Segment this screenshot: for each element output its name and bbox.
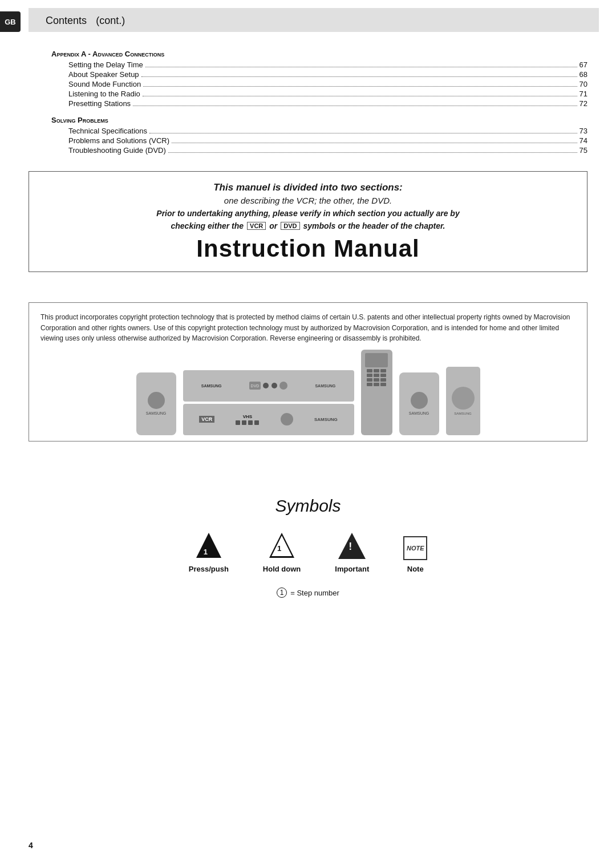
symbol-press-push: 1 Press/push (189, 533, 229, 573)
toc-label: Sound Mode Function (68, 80, 141, 88)
toc-dots (172, 143, 577, 143)
center-unit-top: SAMSUNG DVD SAMSUNG (183, 370, 354, 402)
vcr-badge: VCR (247, 222, 266, 230)
page-number: 4 (29, 841, 33, 850)
gb-badge: GB (0, 11, 21, 32)
symbol-important: ! Important (335, 533, 369, 573)
toc-page: 68 (579, 70, 587, 79)
step-number-text: = Step number (290, 589, 339, 597)
toc-section-title-2: Solving Problems (51, 116, 587, 124)
page-title: Contents (cont.) (40, 13, 125, 27)
hold-down-label: Hold down (263, 565, 301, 573)
table-row: Technical Specifications 73 (51, 127, 587, 135)
dvd-badge: DVD (281, 222, 299, 230)
divider-line2: one describing the VCR; the other, the D… (46, 196, 570, 205)
toc-page: 67 (579, 60, 587, 69)
symbols-section: Symbols 1 Press/push 1 Hold down (29, 496, 587, 579)
toc-label: Listening to the Radio (68, 90, 140, 98)
symbol-hold-down: 1 Hold down (263, 533, 301, 573)
note-icon: NOTE (403, 536, 427, 560)
table-row: Presetting Stations 72 (51, 99, 587, 108)
divider-box: This manuel is divided into two sections… (29, 171, 587, 272)
big-title: Instruction Manual (46, 235, 570, 262)
toc-page: 75 (579, 146, 587, 155)
toc-page: 73 (579, 127, 587, 135)
toc-label: Technical Specifications (68, 127, 147, 135)
divider-line3: Prior to undertaking anything, please ve… (46, 209, 570, 218)
toc-label: Problems and Solutions (VCR) (68, 136, 169, 145)
toc-dots (143, 96, 577, 96)
table-row: Troubleshooting Guide (DVD) 75 (51, 146, 587, 155)
toc-label: Setting the Delay Time (68, 60, 143, 69)
toc-dots (133, 106, 577, 106)
toc-label: Presetting Stations (68, 99, 131, 108)
toc-dots (168, 152, 577, 153)
note-label: Note (407, 565, 424, 573)
center-unit-bottom: VCR VHS SAMSUNG (183, 404, 354, 435)
speaker-right: SAMSUNG (399, 372, 439, 435)
divider-line1: This manuel is divided into two sections… (46, 182, 570, 193)
symbol-note: NOTE Note (403, 536, 427, 573)
toc-page: 72 (579, 99, 587, 108)
table-row: About Speaker Setup 68 (51, 70, 587, 79)
toc-page: 71 (579, 90, 587, 98)
toc-label: Troubleshooting Guide (DVD) (68, 146, 166, 155)
table-row: Problems and Solutions (VCR) 74 (51, 136, 587, 145)
toc-dots (141, 76, 577, 77)
toc-page: 70 (579, 80, 587, 88)
copyright-text: This product incorporates copyright prot… (40, 312, 576, 344)
speaker-left: SAMSUNG (136, 372, 176, 435)
toc-page: 74 (579, 136, 587, 145)
copyright-box: This product incorporates copyright prot… (29, 302, 587, 441)
step-number-line: 1 = Step number (29, 588, 587, 598)
toc-dots (145, 67, 577, 67)
toc-label: About Speaker Setup (68, 70, 139, 79)
step-circle: 1 (277, 588, 287, 598)
header-bar: Contents (cont.) (29, 8, 599, 32)
symbols-row: 1 Press/push 1 Hold down ! Important (29, 533, 587, 573)
toc-dots (149, 133, 577, 133)
press-push-label: Press/push (189, 565, 229, 573)
table-row: Listening to the Radio 71 (51, 90, 587, 98)
toc-section: Appendix A - Advanced Connections Settin… (51, 43, 587, 156)
remote-control (361, 350, 392, 435)
table-row: Setting the Delay Time 67 (51, 60, 587, 69)
toc-section-title-1: Appendix A - Advanced Connections (51, 50, 587, 58)
divider-line4: checking either the VCR or DVD symbols o… (46, 221, 570, 230)
table-row: Sound Mode Function 70 (51, 80, 587, 88)
important-label: Important (335, 565, 369, 573)
symbols-title: Symbols (29, 496, 587, 516)
subwoofer: SAMSUNG (446, 367, 480, 435)
toc-dots (143, 86, 577, 87)
